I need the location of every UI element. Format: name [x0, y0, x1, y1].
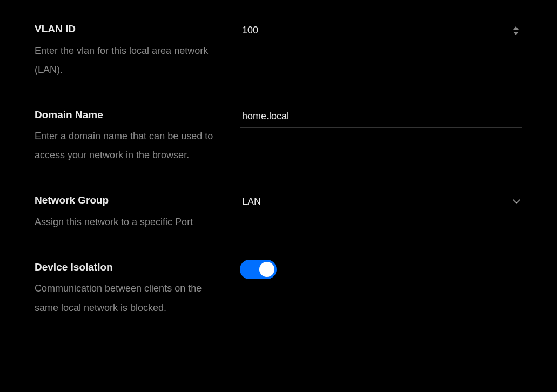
stepper-up-icon[interactable] [513, 26, 519, 30]
vlan-input-wrapper[interactable] [240, 22, 522, 42]
network-group-desc: Assign this network to a specific Port [35, 213, 227, 232]
row-network-group: Network Group Assign this network to a s… [35, 193, 522, 232]
domain-label-col: Domain Name Enter a domain name that can… [35, 107, 240, 165]
vlan-input-col [240, 22, 522, 42]
domain-title: Domain Name [35, 107, 227, 123]
device-isolation-title: Device Isolation [35, 260, 227, 275]
domain-input-wrapper[interactable] [240, 107, 522, 128]
vlan-stepper [512, 26, 520, 35]
domain-input[interactable] [242, 111, 520, 122]
vlan-desc: Enter the vlan for this local area netwo… [35, 42, 227, 79]
device-isolation-input-col [240, 260, 522, 279]
vlan-label-col: VLAN ID Enter the vlan for this local ar… [35, 22, 240, 79]
row-device-isolation: Device Isolation Communication between c… [35, 260, 522, 317]
device-isolation-toggle[interactable] [240, 260, 277, 279]
device-isolation-desc: Communication between clients on the sam… [35, 279, 227, 317]
network-group-label-col: Network Group Assign this network to a s… [35, 193, 240, 232]
chevron-down-icon [513, 199, 520, 204]
network-group-value: LAN [242, 196, 513, 207]
device-isolation-label-col: Device Isolation Communication between c… [35, 260, 240, 317]
network-group-input-col: LAN [240, 193, 522, 213]
vlan-title: VLAN ID [35, 22, 227, 37]
network-group-title: Network Group [35, 193, 227, 208]
network-group-select[interactable]: LAN [240, 193, 522, 213]
row-vlan-id: VLAN ID Enter the vlan for this local ar… [35, 22, 522, 79]
domain-input-col [240, 107, 522, 128]
vlan-input[interactable] [242, 25, 512, 36]
row-domain-name: Domain Name Enter a domain name that can… [35, 107, 522, 165]
toggle-knob [259, 262, 274, 277]
stepper-down-icon[interactable] [513, 32, 519, 35]
domain-desc: Enter a domain name that can be used to … [35, 127, 227, 165]
